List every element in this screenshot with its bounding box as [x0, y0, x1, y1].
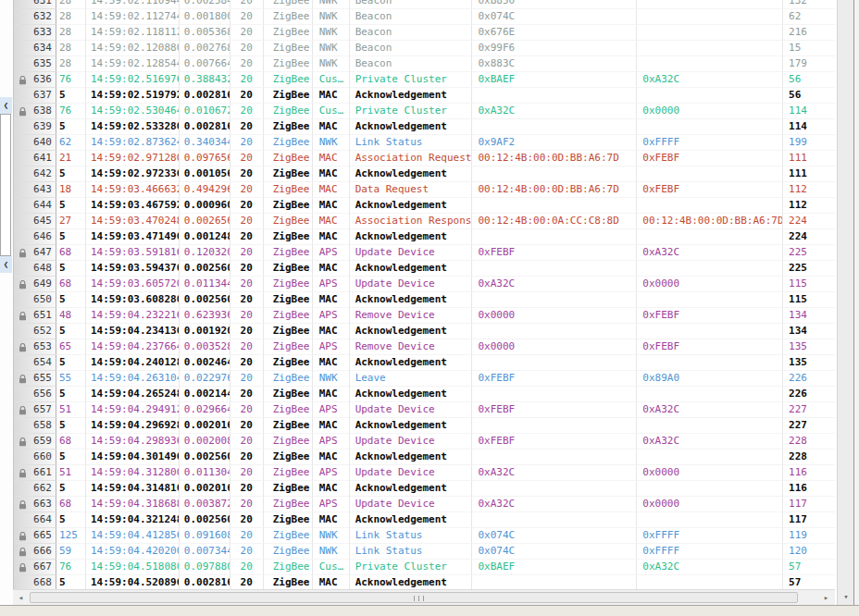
packet-cell-src — [472, 229, 637, 245]
packet-row[interactable]: 646514:59:03.4714960.00124820ZigBeeMACAc… — [14, 229, 835, 245]
packet-cell-time: 14:59:04.296928 — [86, 418, 180, 434]
packet-cell-len: 28 — [56, 41, 86, 56]
packet-row[interactable]: 6312814:59:02.1109440.00258420ZigBeeNWKB… — [14, 0, 835, 9]
packet-row[interactable]: 6555514:59:04.2631040.02297620ZigBeeNWKL… — [14, 371, 835, 387]
packet-cell-lqi: 56 — [783, 72, 835, 88]
packet-cell-protocol: ZigBee — [264, 465, 313, 481]
packet-cell-len: 5 — [56, 481, 86, 497]
scroll-down-button[interactable]: ▾ — [839, 590, 853, 603]
lock-icon — [19, 532, 27, 541]
packet-cell-lqi: 114 — [783, 104, 835, 119]
packet-row[interactable]: 660514:59:04.3014960.00256020ZigBeeMACAc… — [14, 450, 835, 465]
packet-row[interactable]: 6352814:59:02.1285440.00766420ZigBeeNWKB… — [14, 56, 835, 72]
collapse-panel-button-top[interactable]: ❮ — [0, 97, 12, 114]
packet-row[interactable]: 6615114:59:04.3128000.01130420ZigBeeAPSU… — [14, 465, 835, 481]
scroll-left-button[interactable]: ◂ — [14, 591, 28, 605]
packet-row[interactable]: 6452714:59:03.4702480.00265620ZigBeeMACA… — [14, 214, 835, 229]
packet-cell-layer: MAC — [313, 88, 350, 104]
packet-cell-src: 0x883C — [472, 56, 637, 72]
packet-cell-time: 14:59:02.516976 — [86, 72, 180, 88]
packet-row[interactable]: 6514814:59:04.2322160.62393620ZigBeeAPSR… — [14, 308, 835, 324]
packet-row[interactable]: 652514:59:04.2341360.00192020ZigBeeMACAc… — [14, 324, 835, 339]
packet-cell-lqi: 15 — [783, 41, 835, 56]
packet-cell-len: 28 — [56, 0, 86, 9]
packet-row[interactable]: 658514:59:04.2969280.00201620ZigBeeMACAc… — [14, 418, 835, 434]
packet-row[interactable]: 637514:59:02.5197920.00281620ZigBeeMACAc… — [14, 88, 835, 104]
packet-row[interactable]: 6636814:59:04.3186880.00387220ZigBeeAPSU… — [14, 497, 835, 512]
packet-cell-src: 00:12:4B:00:0D:BB:A6:7D — [472, 182, 637, 198]
packet-cell-src: 0xB850 — [472, 0, 637, 9]
packet-row[interactable]: 648514:59:03.5943760.00256020ZigBeeMACAc… — [14, 261, 835, 277]
packet-cell-len: 21 — [56, 151, 86, 166]
packet-cell-channel: 20 — [230, 0, 264, 9]
packet-row[interactable]: 6536514:59:04.2376640.00352820ZigBeeAPSR… — [14, 339, 835, 355]
packet-cell-num: 662 — [14, 481, 56, 497]
packet-cell-dst: 0x89A0 — [637, 371, 783, 387]
lock-icon — [19, 563, 27, 573]
packet-cell-len: 5 — [56, 261, 86, 277]
packet-row[interactable]: 6431814:59:03.4666320.49429620ZigBeeMACD… — [14, 182, 835, 198]
packet-cell-time: 14:59:04.412856 — [86, 528, 180, 544]
horizontal-scrollbar-thumb[interactable] — [30, 592, 798, 603]
packet-cell-lqi: 134 — [783, 308, 835, 324]
packet-cell-num: 631 — [14, 0, 56, 9]
horizontal-scrollbar[interactable]: ◂ ▸ — [13, 589, 835, 605]
packet-cell-channel: 20 — [230, 135, 264, 151]
packet-row[interactable]: 6332814:59:02.1181120.00536820ZigBeeNWKB… — [14, 25, 835, 41]
packet-cell-protocol: ZigBee — [264, 387, 313, 402]
packet-cell-protocol: ZigBee — [264, 41, 313, 56]
packet-cell-src — [472, 119, 637, 135]
packet-cell-src: 0x074C — [472, 9, 637, 25]
packet-cell-delta: 0.097656 — [180, 151, 230, 166]
packet-row[interactable]: 6406214:59:02.8736240.34034420ZigBeeNWKL… — [14, 135, 835, 151]
packet-cell-dst — [637, 481, 783, 497]
packet-cell-layer: MAC — [313, 481, 350, 497]
packet-row[interactable]: 642514:59:02.9723360.00105620ZigBeeMACAc… — [14, 166, 835, 182]
packet-row[interactable]: 668514:59:04.5208960.00281620ZigBeeMACAc… — [14, 575, 835, 589]
packet-row[interactable]: 6596814:59:04.2989360.00200820ZigBeeAPSU… — [14, 434, 835, 450]
packet-cell-protocol: ZigBee — [264, 528, 313, 544]
packet-row[interactable]: 6677614:59:04.5180800.09788020ZigBeeCus…… — [14, 560, 835, 575]
packet-cell-len: 5 — [56, 292, 86, 308]
packet-cell-num: 641 — [14, 151, 56, 166]
packet-row[interactable]: 662514:59:04.3148160.00201620ZigBeeMACAc… — [14, 481, 835, 497]
packet-cell-layer: MAC — [313, 450, 350, 465]
collapsed-side-panel[interactable] — [0, 114, 11, 256]
packet-row[interactable]: 664514:59:04.3212480.00256020ZigBeeMACAc… — [14, 512, 835, 528]
collapse-panel-button-bottom[interactable]: ❮ — [0, 256, 12, 273]
packet-cell-src — [472, 88, 637, 104]
packet-cell-src — [472, 166, 637, 182]
scroll-right-button[interactable]: ▸ — [819, 591, 833, 605]
packet-cell-info: Remove Device — [350, 308, 473, 324]
packet-row[interactable]: 639514:59:02.5332800.00281620ZigBeeMACAc… — [14, 119, 835, 135]
packet-row[interactable]: 6476814:59:03.5918160.12032020ZigBeeAPSU… — [14, 245, 835, 261]
packet-cell-lqi: 120 — [783, 544, 835, 560]
packet-row[interactable]: 6367614:59:02.5169760.38843220ZigBeeCus…… — [14, 72, 835, 88]
packet-cell-len: 5 — [56, 88, 86, 104]
packet-row[interactable]: 6322814:59:02.1127440.00180020ZigBeeNWKB… — [14, 9, 835, 25]
packet-cell-time: 14:59:04.232216 — [86, 308, 180, 324]
arrow-left-icon: ◂ — [19, 593, 23, 602]
packet-row[interactable]: 66512514:59:04.4128560.09160820ZigBeeNWK… — [14, 528, 835, 544]
packet-cell-lqi: 228 — [783, 434, 835, 450]
packet-cell-num: 654 — [14, 355, 56, 371]
packet-cell-len: 27 — [56, 214, 86, 229]
packet-row[interactable]: 6575114:59:04.2949120.02966420ZigBeeAPSU… — [14, 402, 835, 418]
packet-row[interactable]: 650514:59:03.6082800.00256020ZigBeeMACAc… — [14, 292, 835, 308]
packet-row[interactable]: 6412114:59:02.9712800.09765620ZigBeeMACA… — [14, 151, 835, 166]
packet-cell-protocol: ZigBee — [264, 25, 313, 41]
packet-cell-time: 14:59:02.971280 — [86, 151, 180, 166]
packet-cell-num: 642 — [14, 166, 56, 182]
packet-row[interactable]: 6665914:59:04.4202000.00734420ZigBeeNWKL… — [14, 544, 835, 560]
lock-icon — [19, 406, 27, 415]
packet-cell-num: 653 — [14, 339, 56, 355]
packet-cell-lqi: 134 — [783, 324, 835, 339]
packet-row[interactable]: 644514:59:03.4675920.00096020ZigBeeMACAc… — [14, 198, 835, 214]
vertical-scrollbar[interactable]: ▾ — [837, 0, 853, 605]
packet-row[interactable]: 6387614:59:02.5304640.01067220ZigBeeCus…… — [14, 104, 835, 119]
packet-row[interactable]: 654514:59:04.2401280.00246420ZigBeeMACAc… — [14, 355, 835, 371]
packet-row[interactable]: 6496814:59:03.6057200.01134420ZigBeeAPSU… — [14, 277, 835, 292]
packet-cell-info: Acknowledgement — [350, 387, 473, 402]
packet-row[interactable]: 6342814:59:02.1208800.00276820ZigBeeNWKB… — [14, 41, 835, 56]
packet-row[interactable]: 656514:59:04.2652480.00214420ZigBeeMACAc… — [14, 387, 835, 402]
